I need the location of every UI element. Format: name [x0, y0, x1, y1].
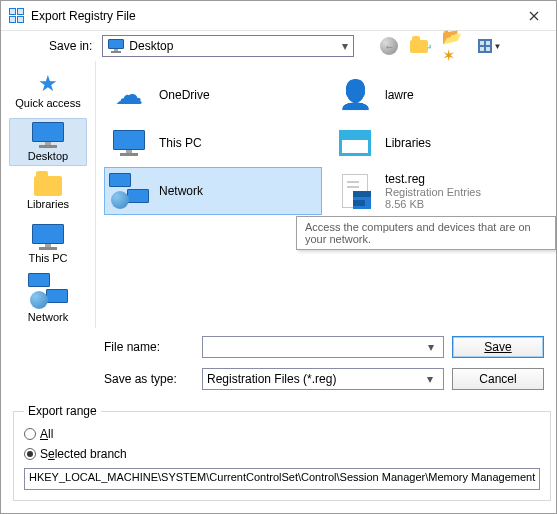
place-label: Network	[28, 311, 68, 323]
item-size: 8.56 KB	[385, 198, 543, 210]
regedit-icon	[9, 8, 25, 24]
tooltip: Access the computers and devices that ar…	[296, 216, 556, 250]
radio-all-label: All	[40, 427, 53, 441]
radio-all-row[interactable]: All	[24, 424, 540, 444]
topbar: Save in: Desktop ▾ ← ↵ 📂✶ ▼	[1, 31, 556, 61]
item-label: lawre	[385, 88, 543, 102]
body: ★ Quick access Desktop Libraries This PC	[1, 61, 556, 328]
item-label: test.reg	[385, 172, 543, 186]
item-label: Network	[159, 184, 317, 198]
save-in-value: Desktop	[129, 39, 335, 53]
place-label: Quick access	[15, 97, 80, 109]
export-range-group: Export range All Selected branch HKEY_LO…	[13, 404, 551, 501]
item-libraries[interactable]: Libraries	[330, 119, 548, 167]
place-label: Desktop	[28, 150, 68, 162]
radio-selected-row[interactable]: Selected branch	[24, 444, 540, 464]
titlebar: Export Registry File	[1, 1, 556, 31]
save-as-type-label: Save as type:	[104, 372, 194, 386]
save-button[interactable]: Save	[452, 336, 544, 358]
reg-file-icon	[342, 174, 368, 208]
save-as-type-combo[interactable]: Registration Files (*.reg) ▾	[202, 368, 444, 390]
save-label: Save	[484, 340, 511, 354]
back-button[interactable]: ←	[378, 35, 400, 57]
chevron-down-icon: ▾	[421, 372, 439, 386]
export-registry-dialog: Export Registry File Save in: Desktop ▾ …	[0, 0, 557, 514]
save-in-combo[interactable]: Desktop ▾	[102, 35, 354, 57]
chevron-down-icon: ▾	[335, 39, 353, 53]
view-icon	[478, 39, 492, 53]
this-pc-icon	[113, 130, 145, 156]
file-list[interactable]: ☁ OneDrive This PC Network 👤	[96, 61, 556, 328]
chevron-down-icon: ▾	[422, 340, 439, 354]
radio-selected-branch[interactable]	[24, 448, 36, 460]
this-pc-icon	[32, 224, 64, 250]
file-name-field[interactable]	[207, 337, 422, 357]
place-label: Libraries	[27, 198, 69, 210]
item-label: This PC	[159, 136, 317, 150]
radio-selected-label: Selected branch	[40, 447, 127, 461]
close-icon	[529, 11, 539, 21]
libraries-icon	[339, 130, 371, 156]
branch-path-input[interactable]: HKEY_LOCAL_MACHINE\SYSTEM\CurrentControl…	[24, 468, 540, 490]
item-user-folder[interactable]: 👤 lawre	[330, 71, 548, 119]
cancel-button[interactable]: Cancel	[452, 368, 544, 390]
file-name-input[interactable]: ▾	[202, 336, 444, 358]
desktop-icon	[107, 39, 125, 53]
libraries-icon	[34, 176, 62, 196]
folder-up-icon: ↵	[410, 40, 432, 53]
item-network[interactable]: Network	[104, 167, 322, 215]
cloud-icon: ☁	[115, 81, 143, 109]
cancel-label: Cancel	[479, 372, 516, 386]
radio-all[interactable]	[24, 428, 36, 440]
item-type: Registration Entries	[385, 186, 543, 198]
back-icon: ←	[380, 37, 398, 55]
type-value: Registration Files (*.reg)	[207, 372, 421, 386]
star-icon: ★	[38, 73, 58, 95]
file-name-label: File name:	[104, 340, 194, 354]
view-menu-button[interactable]: ▼	[474, 35, 504, 57]
item-this-pc[interactable]: This PC	[104, 119, 322, 167]
item-onedrive[interactable]: ☁ OneDrive	[104, 71, 322, 119]
desktop-icon	[32, 122, 64, 148]
places-bar: ★ Quick access Desktop Libraries This PC	[1, 61, 96, 328]
place-label: This PC	[28, 252, 67, 264]
new-folder-button[interactable]: 📂✶	[442, 35, 464, 57]
close-button[interactable]	[512, 1, 556, 30]
new-folder-icon: 📂✶	[442, 27, 464, 65]
item-test-reg[interactable]: test.reg Registration Entries 8.56 KB	[330, 167, 548, 215]
window-title: Export Registry File	[31, 9, 512, 23]
place-quick-access[interactable]: ★ Quick access	[9, 67, 87, 114]
item-label: OneDrive	[159, 88, 317, 102]
place-network[interactable]: Network	[9, 272, 87, 324]
up-one-level-button[interactable]: ↵	[410, 35, 432, 57]
chevron-down-icon: ▼	[493, 42, 501, 51]
network-icon	[109, 173, 149, 209]
user-icon: 👤	[338, 81, 373, 109]
place-libraries[interactable]: Libraries	[9, 170, 87, 217]
bottombar: File name: ▾ Save Save as type: Registra…	[1, 328, 556, 400]
export-range-legend: Export range	[24, 404, 101, 418]
item-label: Libraries	[385, 136, 543, 150]
place-this-pc[interactable]: This PC	[9, 221, 87, 268]
save-in-label: Save in:	[49, 39, 92, 53]
network-icon	[28, 273, 68, 309]
place-desktop[interactable]: Desktop	[9, 118, 87, 165]
